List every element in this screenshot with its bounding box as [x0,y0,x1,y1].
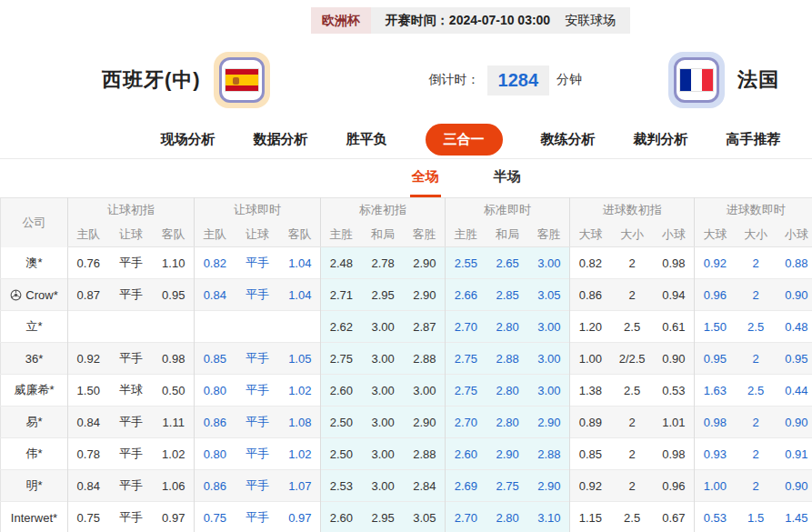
odds-cell [109,311,154,343]
countdown-label: 倒计时： [429,72,480,88]
odds-cell: 2.90 [405,407,446,438]
odds-cell: 1.04 [280,279,321,311]
odds-cell: 平手 [109,502,154,532]
odds-cell: 3.00 [362,407,405,438]
odds-cell: 0.86 [570,279,611,311]
table-row: 伟*0.78平手1.020.80平手1.022.503.002.882.602.… [1,438,812,470]
odds-cell: 2.5 [611,502,654,532]
company-cell: 36* [1,343,68,375]
odds-cell: 0.80 [195,375,236,407]
france-flag-icon [674,57,719,103]
subcol-header: 客胜 [529,223,570,247]
subcol-header: 主队 [195,223,236,247]
odds-cell: 平手 [109,407,154,438]
odds-cell: 0.75 [68,502,109,532]
group-header-handicap-initial: 让球初指 [68,198,195,223]
odds-cell: 平手 [109,247,154,279]
odds-cell: 2 [736,438,777,470]
odds-cell: 2.55 [446,247,486,279]
nav-tab-coach-analysis[interactable]: 教练分析 [541,131,596,148]
nav-tab-data-analysis[interactable]: 数据分析 [254,131,308,148]
table-row: 易*0.84平手1.110.86平手1.082.503.002.902.702.… [1,407,812,438]
odds-cell: 0.75 [195,502,236,532]
odds-cell: 1.63 [695,375,736,407]
tab-full-match[interactable]: 全场 [410,159,441,197]
odds-cell: 2.80 [486,311,529,343]
odds-cell: 0.90 [654,343,695,375]
nav-tab-three-in-one[interactable]: 三合一 [426,124,503,156]
group-header-goals-initial: 进球数初指 [570,198,695,223]
odds-cell: 2 [736,279,777,311]
odds-cell: 0.88 [777,247,812,279]
odds-cell: 2.5 [736,311,777,343]
company-header: 公司 [1,198,68,247]
odds-cell: 2 [736,407,777,438]
odds-cell: 2.95 [362,279,405,311]
odds-cell: 2 [736,247,777,279]
company-cell: 立* [1,311,68,343]
odds-cell: 0.94 [654,279,695,311]
odds-cell: 半球 [109,375,154,407]
period-tabs: 全场 半场 [0,159,812,197]
subcol-header: 小球 [654,223,695,247]
odds-cell: 0.98 [154,343,195,375]
ball-icon [10,289,22,301]
odds-cell: 1.50 [68,375,109,407]
subcol-header: 让球 [109,223,154,247]
odds-cell: 1.45 [777,502,812,532]
group-header-standard-live: 标准即时 [446,198,570,223]
away-team: 法国 [668,52,779,108]
table-row: Interwet*0.75平手0.970.75平手0.972.602.953.0… [1,502,812,532]
odds-cell: 2 [736,343,777,375]
odds-cell: 3.10 [529,502,570,532]
odds-cell: 0.44 [777,375,812,407]
nav-tab-1x2[interactable]: 胜平负 [346,131,387,148]
odds-cell: 1.05 [280,343,321,375]
table-row: 36*0.92平手0.980.85平手1.052.753.002.882.752… [1,343,812,375]
odds-cell: 1.5 [736,502,777,532]
odds-cell: 2 [611,279,654,311]
odds-cell: 1.06 [154,470,195,502]
odds-cell: 1.00 [695,470,736,502]
home-team: 西班牙(中) [102,52,270,108]
odds-cell: 1.20 [570,311,611,343]
odds-cell: 2.53 [321,470,362,502]
odds-cell: 1.02 [154,438,195,470]
table-row: 明*0.84平手1.060.86平手1.072.533.002.842.692.… [1,470,812,502]
subcol-header: 主胜 [321,223,362,247]
odds-cell: 2 [611,407,654,438]
odds-cell: 2.90 [405,247,446,279]
odds-cell: 0.86 [195,407,236,438]
odds-cell: 1.02 [280,375,321,407]
odds-cell: 0.97 [154,502,195,532]
odds-cell: 2.71 [321,279,362,311]
nav-tab-expert-picks[interactable]: 高手推荐 [727,131,781,148]
odds-cell: 3.05 [529,279,570,311]
home-flag-glow [214,52,270,108]
odds-cell: 2.90 [529,407,570,438]
odds-cell: 3.00 [362,470,405,502]
odds-cell: 0.98 [654,247,695,279]
subcol-header: 和局 [486,223,529,247]
odds-cell: 3.00 [362,311,405,343]
subcol-header: 大球 [695,223,736,247]
odds-cell: 平手 [109,470,154,502]
odds-cell: 0.92 [570,470,611,502]
nav-tab-referee-analysis[interactable]: 裁判分析 [634,131,688,148]
company-cell: 明* [1,470,68,502]
odds-cell: 0.89 [570,407,611,438]
odds-cell: 0.61 [654,311,695,343]
odds-cell: 1.11 [154,407,195,438]
nav-tab-live-analysis[interactable]: 现场分析 [161,131,216,148]
odds-cell: 1.10 [154,247,195,279]
odds-cell: 2.48 [321,247,362,279]
odds-cell: 2.78 [362,247,405,279]
odds-cell: 平手 [236,343,280,375]
odds-cell: 2 [611,247,654,279]
group-header-standard-initial: 标准初指 [321,198,446,223]
odds-cell: 0.92 [695,247,736,279]
odds-cell: 2.87 [405,311,446,343]
odds-cell: 0.85 [570,438,611,470]
odds-table: 公司 让球初指 让球即时 标准初指 标准即时 进球数初指 进球数即时 主队 让球… [0,197,812,532]
tab-half-match[interactable]: 半场 [492,159,523,197]
